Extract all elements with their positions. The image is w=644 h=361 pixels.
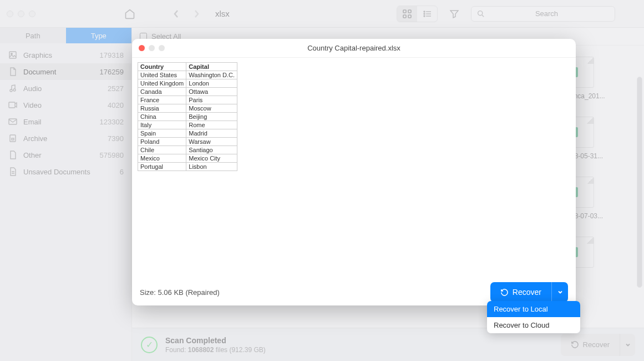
table-cell: Italy xyxy=(138,121,186,129)
table-cell: Beijing xyxy=(186,113,237,121)
table-row: ItalyRome xyxy=(138,121,237,129)
table-cell: London xyxy=(186,79,237,88)
table-cell: Washington D.C. xyxy=(186,71,237,79)
table-row: FranceParis xyxy=(138,96,237,104)
table-cell: United Kingdom xyxy=(138,79,186,88)
table-cell: Santiago xyxy=(186,146,237,154)
recover-to-local-option[interactable]: Recover to Local xyxy=(487,301,580,317)
table-cell: United States xyxy=(138,71,186,79)
table-row: MexicoMexico City xyxy=(138,154,237,163)
table-row: PortugalLisbon xyxy=(138,163,237,171)
table-cell: Madrid xyxy=(186,129,237,138)
table-row: CanadaOttawa xyxy=(138,88,237,96)
table-cell: Chile xyxy=(138,146,186,154)
table-row: United StatesWashington D.C. xyxy=(138,71,237,79)
table-cell: Moscow xyxy=(186,104,237,113)
table-cell: France xyxy=(138,96,186,104)
table-header: Capital xyxy=(186,63,237,71)
table-cell: Rome xyxy=(186,121,237,129)
table-row: PolandWarsaw xyxy=(138,138,237,146)
table-row: ChileSantiago xyxy=(138,146,237,154)
preview-table: CountryCapitalUnited StatesWashington D.… xyxy=(138,62,237,171)
table-cell: Canada xyxy=(138,88,186,96)
file-size-label: Size: 5.06 KB (Repaired) xyxy=(140,288,220,297)
table-cell: China xyxy=(138,113,186,121)
recover-dropdown-toggle[interactable] xyxy=(551,282,568,302)
table-cell: Paris xyxy=(186,96,237,104)
table-cell: Mexico xyxy=(138,154,186,163)
table-row: RussiaMoscow xyxy=(138,104,237,113)
recover-dropdown-menu: Recover to Local Recover to Cloud xyxy=(487,301,580,333)
table-cell: Spain xyxy=(138,129,186,138)
table-cell: Poland xyxy=(138,138,186,146)
modal-close-icon[interactable] xyxy=(139,45,145,51)
modal-min-icon xyxy=(149,45,155,51)
table-cell: Russia xyxy=(138,104,186,113)
table-cell: Mexico City xyxy=(186,154,237,163)
table-cell: Portugal xyxy=(138,163,186,171)
table-cell: Ottawa xyxy=(186,88,237,96)
table-row: United KingdomLondon xyxy=(138,79,237,88)
table-row: ChinaBeijing xyxy=(138,113,237,121)
table-cell: Lisbon xyxy=(186,163,237,171)
restore-icon xyxy=(500,288,509,297)
table-header: Country xyxy=(138,63,186,71)
recover-to-cloud-option[interactable]: Recover to Cloud xyxy=(487,317,580,333)
table-cell: Warsaw xyxy=(186,138,237,146)
table-row: SpainMadrid xyxy=(138,129,237,138)
modal-max-icon xyxy=(159,45,165,51)
recover-button[interactable]: Recover xyxy=(490,282,568,302)
preview-modal: Country Capital-repaired.xlsx CountryCap… xyxy=(132,39,576,305)
modal-title: Country Capital-repaired.xlsx xyxy=(132,44,576,52)
